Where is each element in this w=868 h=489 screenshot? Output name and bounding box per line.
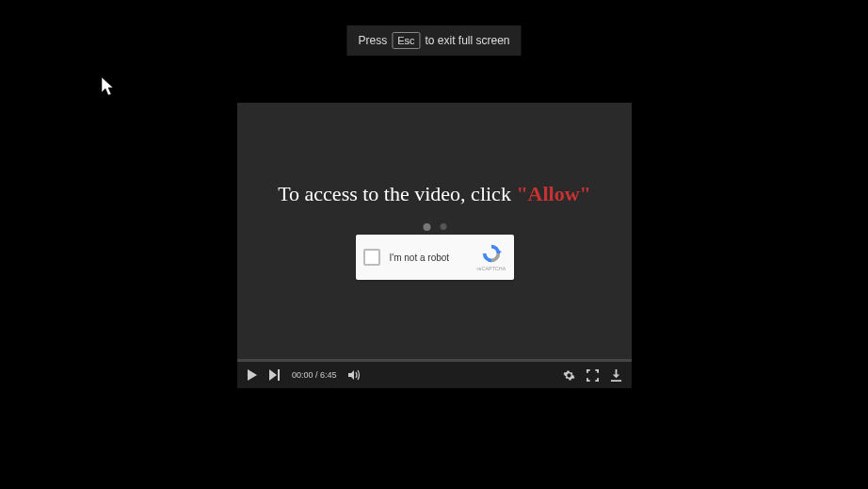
settings-button[interactable] — [563, 369, 575, 382]
fullscreen-exit-notice: Press Esc to exit full screen — [346, 25, 521, 56]
download-icon — [610, 369, 622, 382]
time-sep: / — [313, 370, 321, 380]
recaptcha-widget: I'm not a robot reCAPTCHA — [356, 235, 514, 280]
next-icon — [269, 369, 281, 381]
video-content-area: To access to the video, click "Allow" I'… — [237, 103, 632, 359]
gear-icon — [563, 369, 575, 382]
notice-rest-text: to exit full screen — [425, 34, 509, 47]
fullscreen-icon — [587, 369, 599, 382]
volume-button[interactable] — [348, 369, 362, 381]
recaptcha-logo: reCAPTCHA — [476, 243, 506, 271]
video-controls: 00:00 / 6:45 — [237, 362, 632, 388]
loading-indicator — [423, 223, 446, 231]
svg-marker-0 — [498, 250, 502, 253]
video-player: To access to the video, click "Allow" I'… — [237, 103, 632, 386]
time-total: 6:45 — [320, 370, 337, 380]
loading-dot — [423, 223, 430, 231]
svg-marker-1 — [248, 369, 257, 381]
play-icon — [247, 369, 258, 381]
fullscreen-button[interactable] — [587, 369, 599, 382]
download-button[interactable] — [610, 369, 622, 382]
notice-press-text: Press — [358, 34, 387, 47]
loading-dot — [440, 223, 446, 230]
esc-key-badge: Esc — [392, 32, 420, 49]
cursor-icon — [102, 77, 121, 102]
next-button[interactable] — [269, 369, 281, 381]
recaptcha-label: I'm not a robot — [390, 253, 477, 263]
play-button[interactable] — [247, 369, 258, 381]
time-current: 00:00 — [292, 370, 313, 380]
recaptcha-icon — [481, 243, 502, 264]
recaptcha-checkbox[interactable] — [363, 249, 380, 266]
overlay-prompt-highlight: "Allow" — [516, 182, 590, 205]
svg-rect-3 — [278, 369, 280, 381]
overlay-prompt-prefix: To access to the video, click — [278, 182, 516, 205]
volume-icon — [348, 369, 362, 381]
svg-marker-2 — [269, 369, 277, 381]
recaptcha-brand-text: reCAPTCHA — [476, 266, 506, 271]
progress-bar[interactable] — [237, 359, 632, 362]
overlay-prompt: To access to the video, click "Allow" — [278, 182, 591, 206]
svg-marker-4 — [348, 370, 354, 380]
time-display: 00:00 / 6:45 — [292, 370, 337, 380]
